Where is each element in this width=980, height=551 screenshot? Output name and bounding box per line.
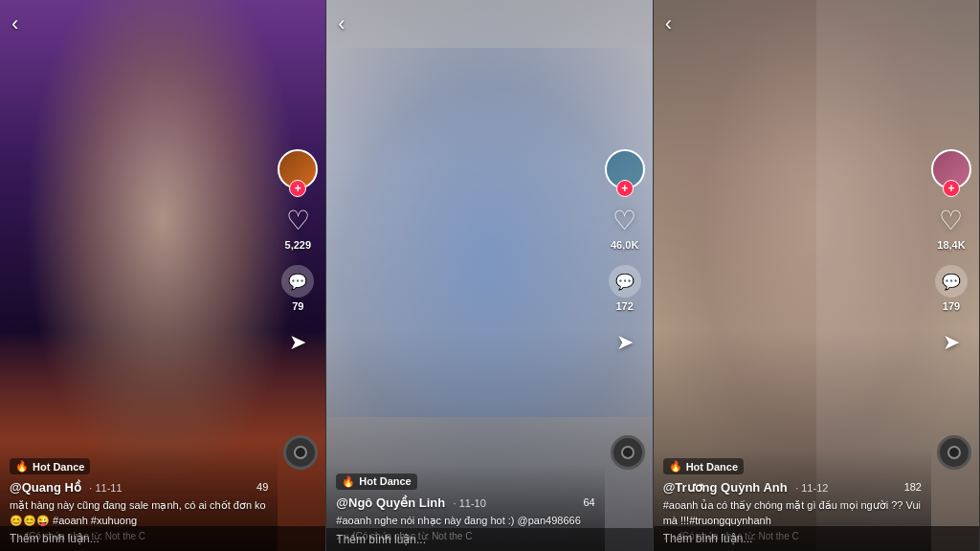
caption-3: #aoanh ủa có thấy chóng mặt gì đầu mọi n… <box>663 498 922 528</box>
share-action-1[interactable]: ➤ <box>280 325 315 360</box>
right-comment-count-1: 49 <box>256 481 268 493</box>
comment-icon-2[interactable]: 💬 <box>608 264 642 298</box>
fire-emoji-2: 🔥 <box>342 475 355 488</box>
side-actions-3: + ♡ 18,4K 💬 179 ➤ <box>931 149 971 360</box>
share-action-2[interactable]: ➤ <box>608 325 642 360</box>
comment-bar-text-3: Thêm bình luận... <box>663 532 753 545</box>
heart-icon-2[interactable]: ♡ <box>608 203 642 237</box>
hot-dance-badge-3[interactable]: 🔥 Hot Dance <box>663 458 744 474</box>
like-action-2[interactable]: ♡ 46,0K <box>608 203 642 251</box>
date-3: · 11-12 <box>795 482 828 494</box>
fire-emoji-1: 🔥 <box>15 460 29 473</box>
comment-count-2: 172 <box>615 300 633 312</box>
follow-button-3[interactable]: + <box>943 180 960 197</box>
back-arrow-2[interactable]: ‹ <box>338 11 345 36</box>
follow-button-1[interactable]: + <box>289 180 306 197</box>
music-disc-2 <box>611 435 645 470</box>
username-row-1: @Quang Hồ · 11-11 49 <box>10 478 268 496</box>
like-action-3[interactable]: ♡ 18,4K <box>934 203 969 251</box>
comment-icon-3[interactable]: 💬 <box>934 264 969 298</box>
hot-dance-text-2: Hot Dance <box>359 475 411 487</box>
username-3[interactable]: @Trương Quỳnh Anh <box>663 480 788 495</box>
fire-emoji-3: 🔥 <box>669 460 682 473</box>
music-disc-inner-3 <box>947 446 961 459</box>
caption-1: mặt hàng này cũng đang sale mạnh, có ai … <box>10 498 268 528</box>
heart-icon-1[interactable]: ♡ <box>280 203 315 237</box>
hot-dance-badge-2[interactable]: 🔥 Hot Dance <box>336 474 416 490</box>
username-date-2: @Ngô Quyền Linh · 11-10 <box>336 494 486 511</box>
comment-bar-text-1: Thêm bình luận... <box>10 532 100 545</box>
right-comment-count-3: 182 <box>904 481 922 493</box>
music-disc-inner-1 <box>294 446 307 459</box>
video-panel-3: ‹ + ♡ 18,4K 💬 179 ➤ <box>654 0 980 551</box>
avatar-container-2[interactable]: + <box>605 149 645 189</box>
right-comment-count-2: 64 <box>583 496 594 508</box>
like-count-3: 18,4K <box>937 239 965 251</box>
share-icon-1[interactable]: ➤ <box>280 325 315 360</box>
username-1[interactable]: @Quang Hồ <box>10 480 81 495</box>
hot-dance-text-3: Hot Dance <box>686 461 738 473</box>
date-1: · 11-11 <box>89 482 122 494</box>
hot-dance-badge-1[interactable]: 🔥 Hot Dance <box>10 458 90 474</box>
comment-bar-text-2: Thêm bình luận... <box>336 533 426 546</box>
like-count-1: 5,229 <box>285 239 312 251</box>
panel2-figure-overlay <box>326 48 652 417</box>
share-icon-3[interactable]: ➤ <box>934 325 969 360</box>
like-action-1[interactable]: ♡ 5,229 <box>280 203 315 251</box>
video-panel-1: ‹ + ♡ 5,229 💬 79 ➤ <box>0 0 326 551</box>
comment-icon-1[interactable]: 💬 <box>280 264 315 298</box>
like-count-2: 46,0K <box>611 239 638 251</box>
username-2[interactable]: @Ngô Quyền Linh <box>336 496 445 510</box>
username-date-1: @Quang Hồ · 11-11 <box>10 478 122 496</box>
music-disc-inner-2 <box>621 446 635 459</box>
comment-action-2[interactable]: 💬 172 <box>608 264 642 312</box>
music-disc-3 <box>937 435 971 470</box>
follow-button-2[interactable]: + <box>616 180 634 197</box>
share-action-3[interactable]: ➤ <box>934 325 969 360</box>
back-arrow-1[interactable]: ‹ <box>11 11 18 36</box>
avatar-container-3[interactable]: + <box>931 149 971 189</box>
comment-action-1[interactable]: 💬 79 <box>280 264 315 312</box>
side-actions-2: + ♡ 46,0K 💬 172 ➤ <box>605 149 645 360</box>
panel2-figures <box>326 48 652 417</box>
comment-action-3[interactable]: 💬 179 <box>934 264 969 312</box>
hot-dance-text-1: Hot Dance <box>33 461 84 473</box>
date-2: · 11-10 <box>454 497 486 509</box>
side-actions-1: + ♡ 5,229 💬 79 ➤ <box>278 149 318 360</box>
back-arrow-3[interactable]: ‹ <box>665 11 672 36</box>
video-panel-2: ‹ + ♡ 46,0K 💬 172 ➤ <box>326 0 653 551</box>
share-icon-2[interactable]: ➤ <box>608 325 642 360</box>
heart-icon-3[interactable]: ♡ <box>934 203 969 237</box>
avatar-container-1[interactable]: + <box>278 149 318 189</box>
comment-bar-1[interactable]: Thêm bình luận... <box>0 526 325 551</box>
username-row-2: @Ngô Quyền Linh · 11-10 64 <box>336 494 594 511</box>
comment-bar-3[interactable]: Thêm bình luận... <box>654 526 979 551</box>
username-date-3: @Trương Quỳnh Anh · 11-12 <box>663 478 829 496</box>
comment-count-3: 179 <box>943 300 960 312</box>
username-row-3: @Trương Quỳnh Anh · 11-12 182 <box>663 478 922 496</box>
comment-bar-2[interactable]: Thêm bình luận... <box>326 528 652 551</box>
comment-count-1: 79 <box>292 300 303 312</box>
caption-2: #aoanh nghe nói nhạc này đang hot :) @pa… <box>336 514 594 528</box>
